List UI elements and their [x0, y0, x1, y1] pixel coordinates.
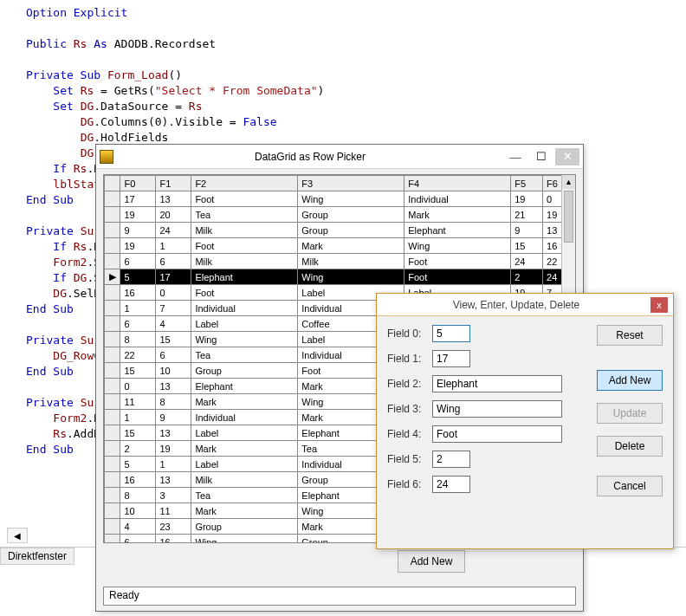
table-row[interactable]: 1920TeaGroupMark2119: [105, 207, 575, 223]
cell[interactable]: Individual: [404, 191, 511, 207]
row-selector[interactable]: ▶: [105, 269, 120, 285]
cell[interactable]: 15: [511, 238, 543, 254]
column-header[interactable]: F5: [511, 176, 543, 191]
table-row[interactable]: 191FootMarkWing1516: [105, 238, 575, 254]
cell[interactable]: 13: [156, 191, 191, 207]
delete-button[interactable]: Delete: [597, 436, 663, 457]
cell[interactable]: 19: [120, 207, 156, 223]
cell[interactable]: 5: [120, 269, 156, 285]
cell[interactable]: Foot: [191, 238, 298, 254]
cell[interactable]: 15: [120, 363, 156, 379]
field-2-input[interactable]: [432, 375, 562, 392]
row-selector[interactable]: [105, 254, 120, 269]
cell[interactable]: 0: [156, 285, 191, 301]
cell[interactable]: Group: [191, 363, 298, 379]
reset-button[interactable]: Reset: [597, 325, 663, 346]
cell[interactable]: Group: [298, 207, 404, 223]
cell[interactable]: Individual: [191, 410, 298, 425]
cell[interactable]: 8: [156, 394, 191, 410]
row-selector[interactable]: [105, 457, 120, 472]
column-header[interactable]: F1: [156, 176, 191, 191]
detail-close-button[interactable]: x: [650, 297, 668, 313]
cell[interactable]: Wing: [298, 191, 404, 207]
row-selector[interactable]: [105, 519, 120, 535]
cell[interactable]: 9: [511, 223, 543, 238]
cell[interactable]: Wing: [298, 269, 404, 285]
row-selector[interactable]: [105, 472, 120, 488]
row-selector[interactable]: [105, 238, 120, 254]
field-3-input[interactable]: [432, 400, 562, 418]
field-6-input[interactable]: [432, 476, 470, 493]
close-button[interactable]: ✕: [555, 148, 579, 165]
cell[interactable]: 10: [156, 363, 191, 379]
table-row[interactable]: ▶517ElephantWingFoot224: [105, 269, 575, 285]
field-4-input[interactable]: [432, 425, 562, 443]
cell[interactable]: 21: [511, 207, 543, 223]
datagrid-titlebar[interactable]: DataGrid as Row Picker — ☐ ✕: [96, 145, 583, 169]
cell[interactable]: 6: [120, 535, 156, 544]
row-selector[interactable]: [105, 347, 120, 363]
cell[interactable]: 10: [120, 503, 156, 519]
cell[interactable]: 24: [511, 254, 543, 269]
cell[interactable]: 16: [120, 472, 156, 488]
cell[interactable]: Milk: [298, 254, 404, 269]
cell[interactable]: Milk: [191, 254, 298, 269]
add-new-button[interactable]: Add New: [597, 370, 663, 391]
maximize-button[interactable]: ☐: [529, 148, 553, 165]
row-selector[interactable]: [105, 535, 120, 544]
cell[interactable]: 13: [156, 379, 191, 394]
cell[interactable]: 13: [156, 472, 191, 488]
cell[interactable]: Wing: [404, 238, 511, 254]
cell[interactable]: Foot: [404, 269, 511, 285]
cell[interactable]: 6: [156, 254, 191, 269]
cell[interactable]: Mark: [298, 238, 404, 254]
cell[interactable]: 0: [120, 379, 156, 394]
cell[interactable]: 19: [120, 238, 156, 254]
row-selector[interactable]: [105, 285, 120, 301]
cell[interactable]: 11: [156, 503, 191, 519]
cell[interactable]: Milk: [191, 223, 298, 238]
cell[interactable]: 6: [120, 316, 156, 332]
cell[interactable]: Mark: [191, 503, 298, 519]
column-header[interactable]: F3: [298, 176, 404, 191]
immediate-window-tab[interactable]: Direktfenster: [0, 548, 74, 565]
row-selector[interactable]: [105, 207, 120, 223]
cell[interactable]: 19: [511, 191, 543, 207]
cell[interactable]: Label: [191, 316, 298, 332]
cell[interactable]: Group: [298, 223, 404, 238]
row-selector[interactable]: [105, 332, 120, 347]
cell[interactable]: 4: [156, 316, 191, 332]
cell[interactable]: 4: [120, 519, 156, 535]
cell[interactable]: 8: [120, 332, 156, 347]
cell[interactable]: 5: [120, 457, 156, 472]
cell[interactable]: 19: [156, 441, 191, 457]
row-selector[interactable]: [105, 410, 120, 425]
detail-titlebar[interactable]: View, Enter, Update, Delete x: [377, 294, 673, 316]
row-selector[interactable]: [105, 316, 120, 332]
field-5-input[interactable]: [432, 451, 470, 468]
field-1-input[interactable]: [432, 350, 470, 367]
cell[interactable]: 3: [156, 488, 191, 503]
field-0-input[interactable]: [432, 325, 470, 342]
cell[interactable]: 20: [156, 207, 191, 223]
update-button[interactable]: Update: [597, 403, 663, 424]
table-row[interactable]: 924MilkGroupElephant913: [105, 223, 575, 238]
cell[interactable]: Elephant: [191, 269, 298, 285]
cell[interactable]: 16: [156, 535, 191, 544]
cell[interactable]: Mark: [191, 441, 298, 457]
row-selector[interactable]: [105, 223, 120, 238]
table-row[interactable]: 66MilkMilkFoot2422: [105, 254, 575, 269]
cell[interactable]: 7: [156, 301, 191, 316]
scroll-up-icon[interactable]: ▲: [562, 175, 575, 189]
cell[interactable]: 17: [156, 269, 191, 285]
editor-scroll-left-icon[interactable]: ◀: [7, 528, 28, 543]
cell[interactable]: Label: [191, 425, 298, 441]
minimize-button[interactable]: —: [503, 148, 527, 165]
cell[interactable]: 9: [120, 223, 156, 238]
cell[interactable]: Foot: [191, 285, 298, 301]
cell[interactable]: 9: [156, 410, 191, 425]
row-selector[interactable]: [105, 394, 120, 410]
cell[interactable]: Milk: [191, 472, 298, 488]
cell[interactable]: Foot: [404, 254, 511, 269]
cell[interactable]: Elephant: [404, 223, 511, 238]
